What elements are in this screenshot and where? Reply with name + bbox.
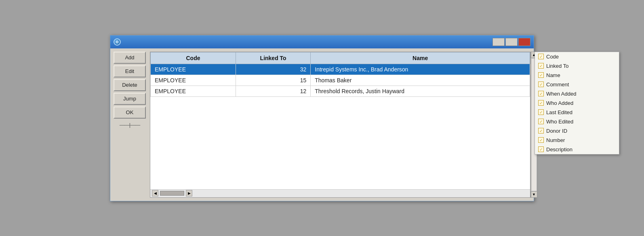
title-bar: ⊙ (110, 36, 534, 48)
dropdown-label-number: Number (546, 137, 565, 143)
scroll-down-button[interactable]: ▼ (531, 191, 537, 198)
dropdown-item-name[interactable]: ✓Name (535, 71, 619, 80)
cell-code: EMPLOYEE (151, 86, 236, 96)
checkbox-who_added[interactable]: ✓ (538, 100, 544, 106)
cell-name: Threshold Records, Justin Hayward (311, 86, 530, 96)
checkbox-name[interactable]: ✓ (538, 72, 544, 78)
sidebar: Add Edit Delete Jump OK ——|—— (114, 52, 150, 198)
jump-button[interactable]: Jump (114, 93, 146, 105)
col-header-name[interactable]: Name (311, 52, 530, 64)
table-row[interactable]: EMPLOYEE32Intrepid Systems Inc., Brad An… (151, 64, 530, 75)
main-content: Code Linked To Name EMPLOYEE32Intrepid S… (150, 52, 530, 198)
cell-linked-to: 15 (236, 75, 311, 86)
table-row[interactable]: EMPLOYEE12Threshold Records, Justin Hayw… (151, 86, 530, 96)
dropdown-label-donor_id: Donor ID (546, 128, 567, 134)
sidebar-divider: ——|—— (114, 120, 146, 129)
window-body: Add Edit Delete Jump OK ——|—— Code Linke… (110, 48, 534, 201)
checkbox-linked_to[interactable]: ✓ (538, 63, 544, 69)
delete-button[interactable]: Delete (114, 79, 146, 91)
scroll-left-button[interactable]: ◀ (152, 190, 158, 196)
dropdown-item-number[interactable]: ✓Number (535, 136, 619, 145)
checkbox-description[interactable]: ✓ (538, 146, 544, 152)
dropdown-item-who_added[interactable]: ✓Who Added (535, 98, 619, 108)
checkbox-comment[interactable]: ✓ (538, 81, 544, 87)
add-button[interactable]: Add (114, 52, 146, 64)
dropdown-label-description: Description (546, 146, 572, 152)
dropdown-item-last_edited[interactable]: ✓Last Edited (535, 108, 619, 117)
checkbox-number[interactable]: ✓ (538, 137, 544, 143)
dropdown-label-when_added: When Added (546, 91, 576, 97)
checkbox-when_added[interactable]: ✓ (538, 91, 544, 96)
dropdown-item-description[interactable]: ✓Description (535, 145, 619, 154)
table-row[interactable]: EMPLOYEE15Thomas Baker (151, 75, 530, 86)
dropdown-label-last_edited: Last Edited (546, 109, 572, 115)
cell-code: EMPLOYEE (151, 64, 236, 75)
checkbox-code[interactable]: ✓ (538, 54, 544, 59)
cell-name: Thomas Baker (311, 75, 530, 86)
main-window: ⊙ Add Edit Delete Jump OK ——|—— (110, 35, 534, 201)
dropdown-item-linked_to[interactable]: ✓Linked To (535, 61, 619, 71)
minimize-button[interactable] (492, 38, 505, 46)
checkbox-donor_id[interactable]: ✓ (538, 128, 544, 134)
table-container[interactable]: Code Linked To Name EMPLOYEE32Intrepid S… (150, 52, 530, 189)
cell-name: Intrepid Systems Inc., Brad Anderson (311, 64, 530, 75)
dropdown-label-name: Name (546, 72, 560, 78)
checkbox-who_edited[interactable]: ✓ (538, 119, 544, 124)
dropdown-label-code: Code (546, 54, 559, 60)
dropdown-label-who_added: Who Added (546, 100, 573, 106)
dropdown-item-code[interactable]: ✓Code (535, 52, 619, 61)
col-header-code[interactable]: Code (151, 52, 236, 64)
col-header-linked-to[interactable]: Linked To (236, 52, 311, 64)
table-wrapper: Code Linked To Name EMPLOYEE32Intrepid S… (150, 52, 530, 198)
dropdown-label-who_edited: Who Edited (546, 119, 573, 125)
dropdown-item-donor_id[interactable]: ✓Donor ID (535, 126, 619, 136)
app-icon: ⊙ (114, 38, 121, 46)
scroll-right-button[interactable]: ▶ (186, 190, 192, 196)
edit-button[interactable]: Edit (114, 65, 146, 77)
dropdown-item-comment[interactable]: ✓Comment (535, 80, 619, 89)
horizontal-scrollbar[interactable]: ◀ ▶ (150, 189, 530, 197)
close-button[interactable] (518, 38, 530, 46)
data-table: Code Linked To Name EMPLOYEE32Intrepid S… (150, 52, 530, 97)
dropdown-label-comment: Comment (546, 81, 569, 88)
checkbox-last_edited[interactable]: ✓ (538, 109, 544, 115)
dropdown-label-linked_to: Linked To (546, 63, 568, 69)
cell-linked-to: 12 (236, 86, 311, 96)
dropdown-item-when_added[interactable]: ✓When Added (535, 89, 619, 98)
dropdown-item-who_edited[interactable]: ✓Who Edited (535, 117, 619, 126)
maximize-button[interactable] (505, 38, 518, 46)
scroll-thumb[interactable] (160, 191, 184, 196)
ok-button[interactable]: OK (114, 107, 146, 119)
column-chooser-dropdown[interactable]: ✓Code✓Linked To✓Name✓Comment✓When Added✓… (535, 52, 619, 155)
cell-linked-to: 32 (236, 64, 311, 75)
title-bar-left: ⊙ (114, 38, 123, 46)
title-controls (492, 38, 530, 46)
cell-code: EMPLOYEE (151, 75, 236, 86)
